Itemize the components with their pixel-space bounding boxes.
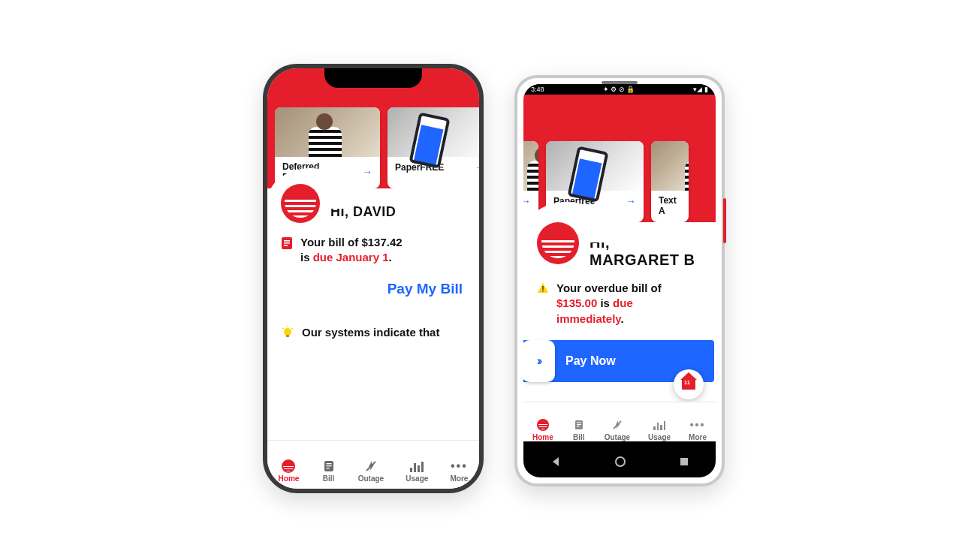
greeting-text: HI, DAVID [330,204,396,220]
stage: Deferred Payments → PaperFREE → [0,0,980,551]
promo-image [651,141,689,191]
svg-rect-18 [577,424,581,425]
svg-rect-17 [577,423,581,423]
svg-rect-2 [284,242,290,244]
ios-tabbar: Home Bill Outage Usage •• [267,440,479,489]
tab-more[interactable]: ••• More [689,418,707,441]
android-screen: 3:48 ✦ ⚙ ⊘ 🔒 ▾◢ ▮ n→ Paperfree→ [523,84,716,477]
android-tabbar: Home Bill Outage Usage [523,402,716,441]
android-statusbar: 3:48 ✦ ⚙ ⊘ 🔒 ▾◢ ▮ [523,84,716,95]
arrow-right-icon: → [523,195,531,207]
more-icon: ••• [690,418,705,432]
outage-icon [610,418,625,432]
svg-rect-15 [542,291,544,292]
svg-rect-12 [326,468,329,468]
warning-icon [537,282,549,294]
tab-outage[interactable]: Outage [358,459,384,483]
bill-text: Your bill of $137.42 is due January 1. [300,235,403,266]
home-icon [281,459,296,473]
promo-image [546,141,644,191]
promo-card-partial-right[interactable]: Text A [651,141,689,222]
brand-logo-icon [537,222,579,264]
android-sheet: Hi,MARGARET B Your overdue bill of $135.… [523,222,716,441]
svg-point-4 [284,328,291,336]
svg-line-7 [282,328,284,330]
tab-bill[interactable]: Bill [571,418,586,441]
home-icon [535,418,550,432]
status-text: Our systems indicate that [302,326,439,339]
svg-rect-22 [680,458,688,465]
home-fab-button[interactable]: 11 [674,369,704,399]
usage-icon [409,459,424,473]
promo-image [523,141,538,191]
svg-rect-10 [326,463,331,464]
usage-icon [652,418,667,432]
fab-badge: 11 [684,380,690,385]
bill-icon [281,236,293,250]
tab-home[interactable]: Home [532,418,553,441]
android-speaker [602,81,638,84]
chevron-right-icon: ›› [523,340,555,382]
ios-sheet: HI, DAVID Your bill of $137.42 is due Ja… [267,188,479,489]
tab-bill[interactable]: Bill [321,459,336,483]
tab-home[interactable]: Home [279,459,300,483]
tab-usage[interactable]: Usage [406,459,428,483]
promo-image [275,107,380,157]
arrow-right-icon: → [626,195,636,207]
pay-now-label: Pay Now [565,354,616,368]
svg-line-8 [291,328,293,330]
tab-more[interactable]: ••• More [450,459,468,483]
nav-recent-icon[interactable] [679,456,689,467]
promo-card-partial-left[interactable]: n→ [523,141,538,222]
ios-greeting-row: HI, DAVID [267,188,479,226]
android-greeting-row: Hi,MARGARET B [523,222,716,272]
iphone-notch [324,68,422,88]
svg-rect-19 [577,426,580,427]
tab-usage[interactable]: Usage [648,418,671,441]
svg-rect-11 [326,465,331,466]
svg-rect-5 [286,335,289,337]
bill-icon [571,418,586,432]
android-app: n→ Paperfree→ Text A [523,95,716,441]
outage-icon [363,459,378,473]
greeting-text: Hi,MARGARET B [590,234,695,269]
more-icon: ••• [451,459,466,473]
android-frame: 3:48 ✦ ⚙ ⊘ 🔒 ▾◢ ▮ n→ Paperfree→ [514,75,725,486]
arrow-right-icon: → [475,161,479,173]
svg-rect-1 [284,240,290,242]
iphone-frame: Deferred Payments → PaperFREE → [263,64,484,493]
iphone-screen: Deferred Payments → PaperFREE → [267,68,479,489]
status-time: 3:48 [531,86,544,93]
bill-text: Your overdue bill of $135.00 is due imme… [556,281,701,327]
status-signal: ▾◢ ▮ [693,86,708,93]
svg-rect-3 [284,245,288,246]
svg-rect-14 [542,286,544,290]
house-icon: 11 [682,379,695,390]
promo-card-paperfree[interactable]: PaperFREE → [387,107,479,188]
android-bill-line: Your overdue bill of $135.00 is due imme… [523,272,716,330]
pay-my-bill-link[interactable]: Pay My Bill [267,269,479,305]
ios-bill-line: Your bill of $137.42 is due January 1. [267,226,479,269]
bill-icon [321,459,336,473]
ios-status-line: Our systems indicate that [267,305,479,339]
lightbulb-icon [281,326,294,339]
tab-outage[interactable]: Outage [605,418,630,441]
svg-point-21 [616,457,625,466]
arrow-right-icon: → [362,166,372,178]
android-navbar [523,446,716,477]
promo-image [387,107,479,157]
status-indicators: ✦ ⚙ ⊘ 🔒 [603,86,635,93]
nav-home-icon[interactable] [614,456,626,468]
nav-back-icon[interactable] [550,456,562,468]
brand-logo-icon [281,184,320,223]
